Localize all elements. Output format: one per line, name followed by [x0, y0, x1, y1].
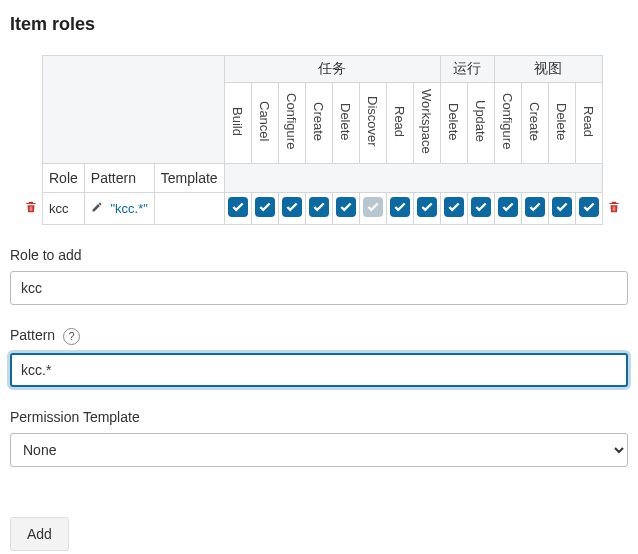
perm-check-discover[interactable] [363, 197, 383, 217]
perm-col-view-configure: Configure [494, 83, 521, 164]
perm-check-run-delete[interactable] [444, 197, 464, 217]
permission-template-select[interactable]: None [10, 433, 628, 467]
pattern-cell[interactable]: "kcc.*" [84, 192, 154, 224]
spacer [20, 163, 43, 192]
edit-icon[interactable] [91, 201, 105, 216]
perm-col-view-create: Create [521, 83, 548, 164]
perm-col-create: Create [305, 83, 332, 164]
role-to-add-label: Role to add [10, 247, 628, 263]
pattern-input[interactable] [10, 353, 628, 387]
group-header-job: 任务 [224, 56, 440, 83]
perm-check-view-configure[interactable] [498, 197, 518, 217]
perm-col-run-delete: Delete [440, 83, 467, 164]
perm-col-read: Read [386, 83, 413, 164]
perm-check-run-update[interactable] [471, 197, 491, 217]
help-icon[interactable]: ? [63, 328, 80, 345]
perm-col-view-delete: Delete [548, 83, 575, 164]
role-name-cell: kcc [43, 192, 85, 224]
spacer [602, 163, 625, 192]
perm-check-read[interactable] [390, 197, 410, 217]
corner-empty [43, 56, 225, 164]
perm-check-cancel[interactable] [255, 197, 275, 217]
spacer [20, 56, 43, 83]
perm-col-cancel: Cancel [251, 83, 278, 164]
perm-check-create[interactable] [309, 197, 329, 217]
perm-col-delete: Delete [332, 83, 359, 164]
spacer [20, 83, 43, 164]
spacer [602, 83, 625, 164]
row-header-role: Role [43, 163, 85, 192]
perm-check-build[interactable] [228, 197, 248, 217]
perm-check-view-create[interactable] [525, 197, 545, 217]
delete-row-left-icon[interactable] [24, 200, 38, 217]
perm-col-discover: Discover [359, 83, 386, 164]
perm-col-workspace: Workspace [413, 83, 440, 164]
perm-check-delete[interactable] [336, 197, 356, 217]
template-cell [154, 192, 224, 224]
perm-check-view-delete[interactable] [552, 197, 572, 217]
perm-col-build: Build [224, 83, 251, 164]
row-header-template: Template [154, 163, 224, 192]
perm-check-workspace[interactable] [417, 197, 437, 217]
spacer [602, 56, 625, 83]
row-header-pattern: Pattern [84, 163, 154, 192]
page-title: Item roles [10, 14, 628, 35]
permission-template-label: Permission Template [10, 409, 628, 425]
table-row: kcc "kcc.*" [20, 192, 625, 224]
group-header-run: 运行 [440, 56, 494, 83]
delete-row-right-icon[interactable] [607, 200, 621, 217]
add-button[interactable]: Add [10, 517, 69, 551]
perm-check-configure[interactable] [282, 197, 302, 217]
perm-col-run-update: Update [467, 83, 494, 164]
pattern-value: "kcc.*" [110, 201, 147, 216]
perm-col-configure: Configure [278, 83, 305, 164]
perm-col-view-read: Read [575, 83, 602, 164]
perm-check-view-read[interactable] [579, 197, 599, 217]
role-to-add-input[interactable] [10, 271, 628, 305]
item-roles-table: 任务 运行 视图 Build Cancel Configure Create D… [20, 55, 625, 225]
group-header-view: 视图 [494, 56, 602, 83]
spacer-row [224, 163, 602, 192]
pattern-label: Pattern [10, 327, 55, 343]
